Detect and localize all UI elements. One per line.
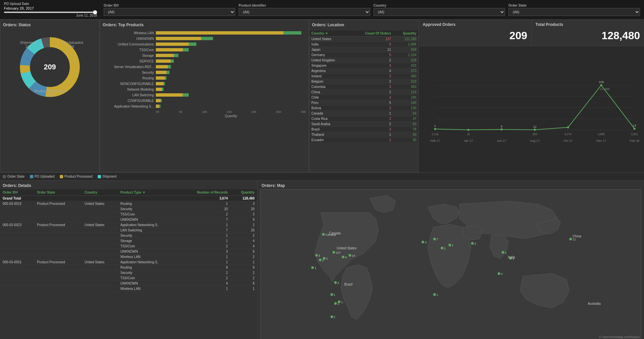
bar-segment-green: [283, 31, 301, 35]
bar-label: TSS/Core: [103, 48, 156, 52]
bar-row: UNKNOWN: [103, 36, 306, 41]
location-table-row: Singapore3425: [309, 63, 418, 68]
bar-segment-yellow: [156, 59, 171, 63]
bar-segment-green: [174, 54, 178, 57]
bar-track: [156, 65, 306, 68]
line-chart-panel: Feb 17Apr 17Jun 17Aug 17Oct 17Dec 17Feb …: [419, 46, 644, 172]
location-country: Argentina: [309, 68, 350, 74]
bar-label: Application Networking S...: [103, 105, 156, 108]
col-orders: Count Of Orders: [350, 31, 393, 37]
svg-point-13: [567, 126, 569, 128]
orders-details-title: Orders: Details: [3, 183, 31, 188]
location-quantity: 233: [393, 79, 418, 84]
bar-segment-green: [165, 76, 166, 80]
bar-segment-yellow: [156, 76, 165, 80]
bar-track: [156, 37, 306, 40]
location-table-row: China2124: [309, 90, 418, 95]
legend-shipment-dot: [98, 175, 101, 178]
col-order-id: Order ID#: [0, 189, 34, 196]
svg-text:Feb 17: Feb 17: [430, 139, 440, 142]
bar-label: LAN Switching: [103, 93, 156, 97]
bar-segment-green: [163, 82, 165, 85]
legend-bar: Order State PO Uploaded Product Processe…: [0, 172, 644, 180]
legend-product-processed: Product Processed: [60, 175, 93, 178]
details-row: Storage14: [0, 238, 257, 244]
location-orders: 2: [350, 116, 393, 122]
location-country: Thailand: [309, 132, 350, 137]
bar-label: Security: [103, 71, 156, 74]
product-identifier-label: Product Identifier: [239, 4, 370, 7]
legend-product-processed-dot: [60, 175, 63, 178]
location-table-row: Bolivia3130: [309, 106, 418, 111]
country-filter: Country (All): [374, 4, 505, 16]
legend-order-state-label: Order State: [7, 175, 25, 178]
orders-status-title: Orders: Status: [3, 23, 97, 27]
bar-track: [156, 59, 306, 63]
orders-details-panel: Orders: Details Order ID# Order State Co…: [0, 181, 258, 339]
location-quantity: 54: [393, 111, 418, 116]
order-id-select[interactable]: (All): [104, 8, 235, 16]
svg-text:14: 14: [633, 124, 636, 127]
legend-po-uploaded-label: PO Uploaded: [35, 175, 54, 178]
location-table-row: United Kingdom2528: [309, 58, 418, 63]
total-products-title: Total Products: [536, 22, 640, 27]
bar-track: [156, 76, 306, 80]
map-attribution: © OpenStreetMap contributors: [599, 335, 640, 339]
location-quantity: 939: [393, 47, 418, 52]
location-table-row: United States137121,285: [309, 37, 418, 42]
svg-text:6,275: 6,275: [565, 133, 572, 136]
svg-text:168: 168: [599, 80, 604, 84]
approved-orders-panel: Approved Orders 209: [419, 20, 532, 46]
order-state-filter: Order State (All): [508, 4, 640, 16]
product-identifier-select[interactable]: (All): [239, 8, 370, 16]
details-scroll[interactable]: Order ID# Order State Country Product Ty…: [0, 189, 257, 339]
location-quantity: 1,996: [393, 42, 418, 47]
details-row: Security22: [0, 270, 257, 276]
location-table-row: Colombia3460: [309, 84, 418, 90]
location-country: Belgium: [309, 79, 350, 84]
location-table-row: Germany51,154: [309, 52, 418, 58]
details-row: UNKNOWN48: [0, 281, 257, 286]
svg-text:111,966: 111,966: [600, 88, 610, 91]
date-range-slider[interactable]: [4, 12, 97, 13]
bar-track: [156, 42, 306, 46]
location-country: Germany: [309, 52, 350, 58]
orders-map-title: Orders: Map: [258, 181, 644, 189]
po-date-start: February 28, 2017: [4, 6, 97, 10]
location-quantity: 47: [393, 116, 418, 122]
donut-center-value: 209: [44, 63, 56, 71]
details-row: Routing89: [0, 265, 257, 270]
location-table-row: Canada154: [309, 111, 418, 116]
product-processed-label: Product Processed 159: [35, 89, 65, 97]
bar-segment-yellow: [156, 48, 183, 51]
country-select[interactable]: (All): [374, 8, 505, 16]
po-upload-date-filter: PO Upload Date February 28, 2017 June 11…: [4, 2, 97, 17]
bar-segment-yellow: [156, 42, 189, 46]
location-orders: 3: [350, 127, 393, 132]
location-orders: 3: [350, 106, 393, 111]
bar-segment-green: [171, 59, 174, 63]
location-quantity: 63: [393, 122, 418, 127]
location-orders: 2: [350, 137, 393, 143]
bar-segment-green: [168, 65, 171, 68]
details-row: Wireless LAN12: [0, 254, 257, 260]
location-country: Ireland: [309, 74, 350, 79]
bar-segment-green: [183, 93, 189, 97]
location-table-row: Belgium2233: [309, 79, 418, 84]
order-state-select[interactable]: (All): [508, 8, 640, 16]
details-row: Wireless LAN11: [0, 286, 257, 292]
location-country: Colombia: [309, 84, 350, 90]
top-products-panel: Orders: Top Products Wireless LANUNKNOWN…: [100, 20, 309, 172]
order-id-label: Order ID#: [104, 4, 235, 7]
location-orders: 5: [350, 52, 393, 58]
location-table-row: Peru5145: [309, 100, 418, 106]
details-row: Security12: [0, 233, 257, 238]
shipment-label: Shipment 24: [20, 41, 35, 48]
bar-track: [156, 105, 306, 108]
location-country: China: [309, 90, 350, 95]
location-orders: 2: [350, 122, 393, 127]
svg-text:Aug 17: Aug 17: [530, 139, 540, 142]
location-quantity: 425: [393, 63, 418, 68]
bar-segment-green: [201, 37, 213, 40]
svg-text:Dec 17: Dec 17: [596, 139, 606, 142]
